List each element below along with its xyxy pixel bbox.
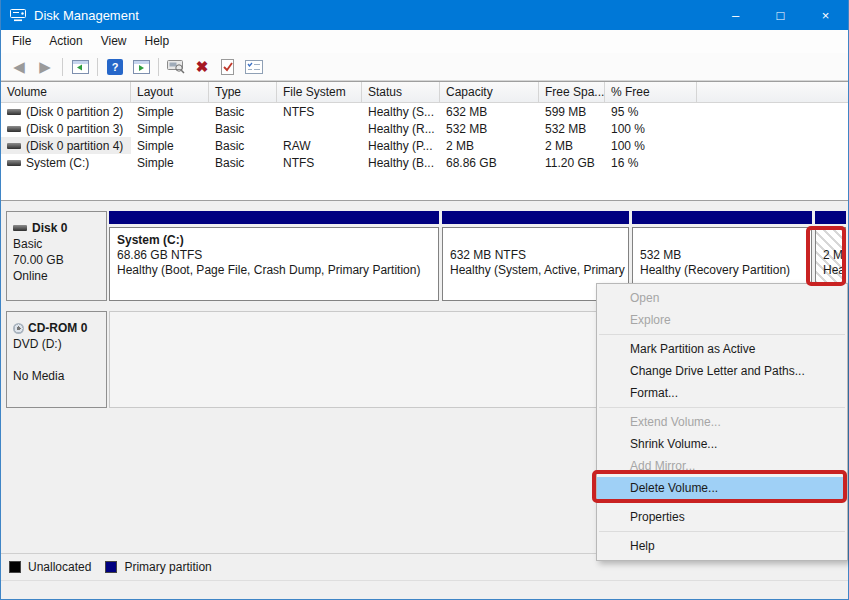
forward-icon[interactable]: ▶ xyxy=(32,55,58,79)
menubar-item-action[interactable]: Action xyxy=(40,30,91,53)
context-menu-item-mark-partition-as-active[interactable]: Mark Partition as Active xyxy=(597,338,847,360)
cd-rom-0-info-line-0: DVD (D:) xyxy=(13,336,100,352)
disk-0-info-line-2: Online xyxy=(13,268,100,284)
menubar-item-help[interactable]: Help xyxy=(136,30,179,53)
disk-management-window: Disk Management –□× FileActionViewHelp ◀… xyxy=(0,0,849,600)
table-row-system-c[interactable]: System (C:)SimpleBasicNTFSHealthy (B...6… xyxy=(1,154,848,171)
legend-swatch-primary-partition xyxy=(105,561,117,573)
partition-color-bar xyxy=(815,211,846,224)
menubar-item-view[interactable]: View xyxy=(92,30,136,53)
volume-disk-icon xyxy=(7,143,21,149)
toolbar-separator-3 xyxy=(158,58,159,76)
action-pane-icon[interactable] xyxy=(128,55,154,79)
menubar-item-file[interactable]: File xyxy=(3,30,40,53)
partition-status: Healthy xyxy=(823,263,838,278)
partition-size: 2 MB xyxy=(823,248,838,263)
cell-free: 95 % xyxy=(605,103,697,120)
cell-free-spa: 2 MB xyxy=(539,137,605,154)
context-menu-item-extend-volume: Extend Volume... xyxy=(597,411,847,433)
back-icon[interactable]: ◀ xyxy=(6,55,32,79)
context-menu-item-change-drive-letter-and-paths[interactable]: Change Drive Letter and Paths... xyxy=(597,360,847,382)
toolbar-separator-2 xyxy=(97,58,98,76)
legend-item-unallocated: Unallocated xyxy=(9,560,91,574)
legend-label: Unallocated xyxy=(28,560,91,574)
cell-volume: (Disk 0 partition 4) xyxy=(1,137,131,154)
delete-volume-icon[interactable]: ✖ xyxy=(189,55,215,79)
checklist-icon[interactable] xyxy=(241,55,267,79)
context-menu-separator-2 xyxy=(599,407,845,408)
menu-bar: FileActionViewHelp xyxy=(1,30,848,53)
cd-rom-0-panel[interactable]: CD-ROM 0DVD (D:) No Media xyxy=(6,311,107,408)
cell-file-system xyxy=(277,120,362,137)
cell-type: Basic xyxy=(209,154,277,171)
context-menu-item-add-mirror: Add Mirror... xyxy=(597,455,847,477)
column-header-capacity[interactable]: Capacity xyxy=(440,82,539,102)
context-menu-separator-3 xyxy=(599,502,845,503)
partition-status: Healthy (Recovery Partition) xyxy=(640,263,804,278)
toolbar: ◀▶?✖ xyxy=(1,53,848,81)
cell-volume: (Disk 0 partition 2) xyxy=(1,103,131,120)
context-menu-item-help[interactable]: Help xyxy=(597,535,847,557)
cell-capacity: 532 MB xyxy=(440,120,539,137)
cell-type: Basic xyxy=(209,103,277,120)
cell-file-system: RAW xyxy=(277,137,362,154)
disk-0-info-line-1: 70.00 GB xyxy=(13,252,100,268)
partition-title xyxy=(450,233,621,248)
help-icon[interactable]: ? xyxy=(102,55,128,79)
close-button[interactable]: × xyxy=(803,0,848,30)
cd-rom-0-info-line-2: No Media xyxy=(13,368,100,384)
context-menu-item-delete-volume[interactable]: Delete Volume... xyxy=(597,477,847,499)
context-menu-item-properties[interactable]: Properties xyxy=(597,506,847,528)
context-menu-item-shrink-volume[interactable]: Shrink Volume... xyxy=(597,433,847,455)
volume-disk-icon xyxy=(7,109,21,115)
partition-title: System (C:) xyxy=(117,233,431,248)
column-header-volume[interactable]: Volume xyxy=(1,82,131,102)
cell-free-spa: 599 MB xyxy=(539,103,605,120)
properties-check-icon[interactable] xyxy=(215,55,241,79)
partition-title xyxy=(823,233,838,248)
table-row-disk-0-partition-2[interactable]: (Disk 0 partition 2)SimpleBasicNTFSHealt… xyxy=(1,103,848,120)
context-menu-separator-4 xyxy=(599,531,845,532)
volume-list-body: (Disk 0 partition 2)SimpleBasicNTFSHealt… xyxy=(1,103,848,171)
maximize-button[interactable]: □ xyxy=(758,0,803,30)
context-menu-item-open: Open xyxy=(597,287,847,309)
partition-title xyxy=(640,233,804,248)
partition-color-bar xyxy=(632,211,812,224)
column-header-free[interactable]: % Free xyxy=(605,82,697,102)
cd-rom-0-info-line-1 xyxy=(13,352,100,368)
partition-system-c[interactable]: System (C:)68.86 GB NTFSHealthy (Boot, P… xyxy=(109,211,439,301)
cell-free-spa: 11.20 GB xyxy=(539,154,605,171)
context-menu-item-explore: Explore xyxy=(597,309,847,331)
toolbar-separator-1 xyxy=(62,58,63,76)
cell-capacity: 2 MB xyxy=(440,137,539,154)
partition-status: Healthy (System, Active, Primary Partiti… xyxy=(450,263,621,278)
column-header-free-spa[interactable]: Free Spa... xyxy=(539,82,605,102)
column-header-status[interactable]: Status xyxy=(362,82,440,102)
partition-body[interactable]: System (C:)68.86 GB NTFSHealthy (Boot, P… xyxy=(109,227,439,301)
cell-layout: Simple xyxy=(131,120,209,137)
cd-rom-0-title: CD-ROM 0 xyxy=(13,320,100,336)
column-header-type[interactable]: Type xyxy=(209,82,277,102)
cell-free: 100 % xyxy=(605,137,697,154)
cell-status: Healthy (B... xyxy=(362,154,440,171)
minimize-button[interactable]: – xyxy=(713,0,758,30)
column-header-file-system[interactable]: File System xyxy=(277,82,362,102)
legend-label: Primary partition xyxy=(124,560,211,574)
cell-volume: (Disk 0 partition 3) xyxy=(1,120,131,137)
table-row-disk-0-partition-4[interactable]: (Disk 0 partition 4)SimpleBasicRAWHealth… xyxy=(1,137,848,154)
partition-size: 68.86 GB NTFS xyxy=(117,248,431,263)
partition-size: 532 MB xyxy=(640,248,804,263)
disk-0-title: Disk 0 xyxy=(13,220,100,236)
app-icon xyxy=(10,9,26,22)
partition-context-menu: OpenExploreMark Partition as ActiveChang… xyxy=(596,283,848,561)
column-header-layout[interactable]: Layout xyxy=(131,82,209,102)
table-row-disk-0-partition-3[interactable]: (Disk 0 partition 3)SimpleBasicHealthy (… xyxy=(1,120,848,137)
console-tree-icon[interactable] xyxy=(67,55,93,79)
volume-disk-icon xyxy=(7,126,21,132)
viewer-icon[interactable] xyxy=(163,55,189,79)
volume-list-header: VolumeLayoutTypeFile SystemStatusCapacit… xyxy=(1,82,848,103)
context-menu-item-format[interactable]: Format... xyxy=(597,382,847,404)
disk-0-panel[interactable]: Disk 0Basic70.00 GBOnline xyxy=(6,211,107,301)
cd-icon xyxy=(13,323,24,334)
window-bottom-strip xyxy=(1,580,848,599)
